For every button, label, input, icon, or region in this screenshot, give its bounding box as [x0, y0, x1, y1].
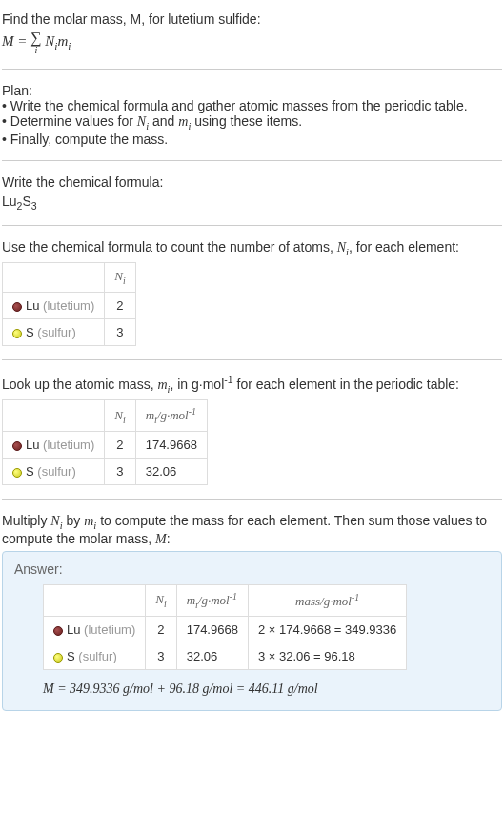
element-cell-s: S (sulfur) [3, 459, 105, 485]
m-exp: -1 [230, 591, 237, 602]
table-row: S (sulfur) 3 [3, 318, 136, 345]
intro-text: Find the molar mass, M, for lutetium sul… [2, 11, 502, 27]
s-m: 32.06 [176, 643, 248, 670]
lu-count: 2 [105, 292, 135, 318]
mass-header: mass/g·mol-1 [248, 585, 406, 617]
lu-swatch-icon [53, 626, 63, 636]
lu-symbol: Lu [26, 438, 39, 452]
s-symbol: S [26, 464, 34, 479]
table-header-row: Ni mi/g·mol-1 mass/g·mol-1 [44, 585, 407, 617]
mass-heading-post: for each element in the periodic table: [233, 377, 459, 392]
lu-m: 174.9668 [176, 617, 248, 643]
element-cell-s: S (sulfur) [3, 318, 105, 345]
mass-lookup-section: Look up the atomic mass, mi, in g·mol-1 … [2, 368, 502, 491]
mult-colon: : [167, 531, 171, 546]
answer-label: Answer: [14, 561, 490, 577]
lu-swatch-icon [12, 441, 22, 451]
sigma-symbol: ∑i [30, 31, 41, 55]
blank-header [3, 263, 105, 293]
table-row: Lu (lutetium) 2 174.9668 2 × 174.9668 = … [44, 617, 407, 643]
lu-mass: 174.9668 [135, 432, 207, 459]
s-name: (sulfur) [78, 649, 116, 663]
s-mass-calc: 3 × 32.06 = 96.18 [248, 643, 406, 670]
count-heading: Use the chemical formula to count the nu… [2, 239, 502, 257]
element-cell-lu: Lu (lutetium) [44, 617, 146, 643]
plan-b2-post: using these items. [191, 113, 302, 129]
mass-heading-mid: , in g·mol [170, 377, 224, 392]
mass-table: Ni mi/g·mol-1 Lu (lutetium) 2 174.9668 S… [2, 399, 208, 485]
element-cell-s: S (sulfur) [44, 643, 146, 670]
mass-pre: mass/g·mol [295, 594, 352, 608]
formula-lhs: M = [2, 33, 30, 49]
m-unit: /g·mol [198, 593, 230, 607]
plan-b2-n: Ni [137, 114, 149, 129]
s-swatch-icon [53, 653, 63, 663]
divider [2, 225, 502, 226]
s-symbol: S [26, 325, 34, 339]
s-name: (sulfur) [37, 325, 75, 339]
mult-n: Ni [50, 514, 62, 528]
s-swatch-icon [12, 468, 22, 478]
divider [2, 499, 502, 500]
mult-pre: Multiply [2, 513, 50, 528]
formula-rhs: Nimi [42, 33, 71, 49]
divider [2, 359, 502, 360]
m-unit: /g·mol [157, 409, 189, 423]
lu-mass-calc: 2 × 174.9668 = 349.9336 [248, 617, 406, 643]
count-heading-post: , for each element: [349, 239, 459, 255]
s-swatch-icon [12, 329, 22, 338]
divider [2, 69, 502, 70]
lu-n: 2 [105, 432, 135, 459]
divider [2, 160, 502, 161]
molar-mass-formula: M = ∑i Nimi [2, 31, 502, 55]
table-row: Lu (lutetium) 2 174.9668 [3, 432, 208, 459]
intro-section: Find the molar mass, M, for lutetium sul… [2, 6, 502, 61]
s-mass: 32.06 [135, 459, 207, 485]
count-heading-pre: Use the chemical formula to count the nu… [2, 239, 337, 255]
m-exp: -1 [189, 406, 196, 417]
multiply-heading: Multiply Ni by mi to compute the mass fo… [2, 513, 502, 547]
mass-heading-pre: Look up the atomic mass, [2, 377, 157, 392]
formula-section: Write the chemical formula: Lu2S3 [2, 169, 502, 217]
plan-b2-m: mi [178, 114, 191, 129]
s-n: 3 [105, 459, 135, 485]
s-n: 3 [146, 643, 176, 670]
intro-line1: Find the molar mass, M, for lutetium sul… [2, 11, 261, 27]
plan-section: Plan: • Write the chemical formula and g… [2, 77, 502, 153]
mult-m: mi [84, 514, 96, 528]
multiply-section: Multiply Ni by mi to compute the mass fo… [2, 507, 502, 717]
mass-heading-exp: -1 [224, 374, 232, 385]
lu-n: 2 [146, 617, 176, 643]
element-cell-lu: Lu (lutetium) [3, 432, 105, 459]
blank-header [3, 400, 105, 432]
plan-bullet-3: • Finally, compute the mass. [2, 132, 502, 147]
plan-b2-pre: • Determine values for [2, 113, 137, 129]
lu-swatch-icon [12, 302, 22, 312]
blank-header [44, 585, 146, 617]
mass-heading-m: mi [157, 377, 170, 392]
plan-bullet-1: • Write the chemical formula and gather … [2, 98, 502, 113]
lu-name: (lutetium) [43, 438, 94, 452]
s-count: 3 [105, 318, 135, 345]
mult-mid: by [63, 513, 85, 528]
formula-heading: Write the chemical formula: [2, 174, 502, 190]
table-row: S (sulfur) 3 32.06 3 × 32.06 = 96.18 [44, 643, 407, 670]
m-header: mi/g·mol-1 [176, 585, 248, 617]
table-header-row: Ni mi/g·mol-1 [3, 400, 208, 432]
chemical-formula: Lu2S3 [2, 194, 502, 212]
answer-table: Ni mi/g·mol-1 mass/g·mol-1 Lu (lutetium)… [43, 584, 407, 670]
s-symbol: S [67, 649, 75, 663]
mass-heading: Look up the atomic mass, mi, in g·mol-1 … [2, 374, 502, 394]
mass-exp: -1 [352, 592, 359, 602]
mult-big-m: M [155, 532, 167, 546]
count-table: Ni Lu (lutetium) 2 S (sulfur) 3 [2, 262, 136, 346]
plan-b2-mid: and [149, 113, 178, 129]
table-row: S (sulfur) 3 32.06 [3, 459, 208, 485]
plan-bullet-2: • Determine values for Ni and mi using t… [2, 113, 502, 132]
element-cell-lu: Lu (lutetium) [3, 292, 105, 318]
s-name: (sulfur) [37, 464, 75, 479]
lu-name: (lutetium) [43, 298, 94, 313]
plan-heading: Plan: [2, 83, 502, 98]
lu-name: (lutetium) [84, 622, 135, 637]
lu-symbol: Lu [67, 622, 80, 637]
